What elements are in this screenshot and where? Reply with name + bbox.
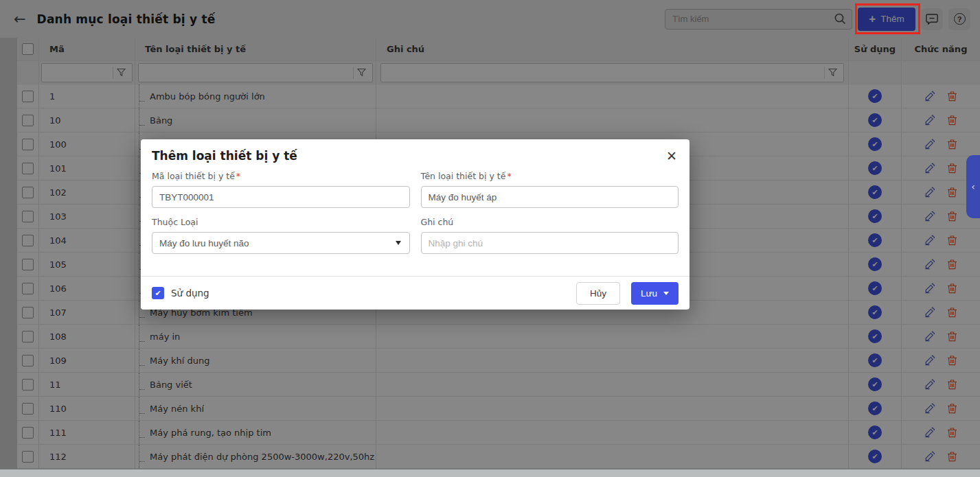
chevron-down-icon bbox=[663, 292, 669, 295]
required-asterisk: * bbox=[507, 171, 511, 181]
modal-footer: ✔ Sử dụng Hủy Lưu bbox=[141, 276, 690, 310]
field-note: Ghi chú bbox=[421, 217, 679, 254]
save-button[interactable]: Lưu bbox=[631, 282, 679, 305]
close-icon[interactable]: ✕ bbox=[666, 150, 677, 163]
required-asterisk: * bbox=[236, 171, 240, 181]
field-code-label: Mã loại thiết bị y tế* bbox=[152, 171, 410, 181]
add-equipment-modal: Thêm loại thiết bị y tế ✕ Mã loại thiết … bbox=[141, 139, 690, 310]
field-category: Thuộc Loại bbox=[152, 217, 410, 254]
field-code: Mã loại thiết bị y tế* bbox=[152, 171, 410, 208]
field-note-label: Ghi chú bbox=[421, 217, 679, 227]
modal-header: Thêm loại thiết bị y tế ✕ bbox=[141, 139, 690, 165]
side-panel-toggle[interactable]: ‹ bbox=[966, 155, 980, 218]
code-input[interactable] bbox=[152, 186, 410, 208]
field-name: Tên loại thiết bị y tế* bbox=[421, 171, 679, 208]
app-window: ← Danh mục loại thiết bị y tế + Thêm ? bbox=[0, 0, 980, 477]
cancel-button[interactable]: Hủy bbox=[576, 282, 620, 305]
chevron-left-icon: ‹ bbox=[971, 181, 975, 192]
field-name-label: Tên loại thiết bị y tế* bbox=[421, 171, 679, 181]
field-category-label: Thuộc Loại bbox=[152, 217, 410, 227]
modal-body: Mã loại thiết bị y tế* Tên loại thiết bị… bbox=[141, 165, 690, 254]
modal-title: Thêm loại thiết bị y tế bbox=[152, 149, 297, 163]
use-checkbox[interactable]: ✔ bbox=[152, 287, 164, 299]
name-input[interactable] bbox=[421, 186, 679, 208]
save-button-label: Lưu bbox=[641, 288, 657, 299]
horizontal-scrollbar[interactable] bbox=[0, 469, 980, 477]
use-checkbox-label: Sử dụng bbox=[171, 288, 209, 299]
category-select[interactable] bbox=[152, 232, 410, 254]
note-input[interactable] bbox=[421, 232, 679, 254]
